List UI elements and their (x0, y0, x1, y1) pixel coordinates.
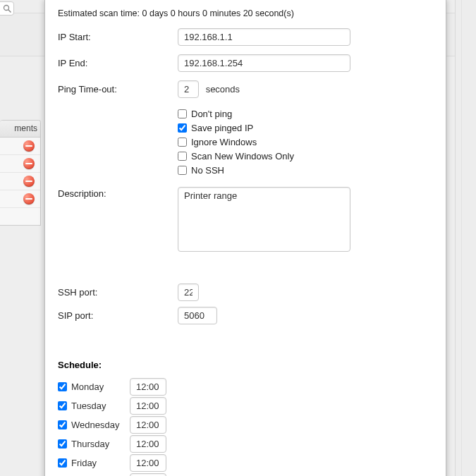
sidebar-row[interactable] (0, 155, 40, 173)
save-pinged-ip-checkbox[interactable] (178, 123, 187, 133)
schedule-row: Tuesday (58, 396, 433, 415)
sidebar-row[interactable] (0, 173, 40, 190)
schedule-day-label: Monday (71, 382, 104, 392)
schedule-day-label: Friday (71, 458, 97, 468)
schedule-day-tuesday[interactable]: Tuesday (58, 401, 130, 411)
ignore-windows-option[interactable]: Ignore Windows (178, 135, 433, 149)
background-right-edge (455, 0, 476, 476)
schedule-time-input[interactable] (130, 416, 166, 434)
schedule-time-input[interactable] (130, 435, 166, 453)
schedule-time-input[interactable] (130, 378, 166, 396)
sip-port-label: SIP port: (58, 310, 178, 321)
schedule-day-checkbox[interactable] (58, 458, 67, 468)
schedule-header: Schedule: (58, 360, 433, 370)
schedule-row: Wednesday (58, 415, 433, 434)
save-pinged-ip-option[interactable]: Save pinged IP (178, 121, 433, 135)
dont-ping-option[interactable]: Don't ping (178, 106, 433, 121)
ssh-port-label: SSH port: (58, 287, 178, 298)
sidebar-row[interactable] (0, 138, 40, 155)
schedule-day-checkbox[interactable] (58, 420, 67, 429)
save-pinged-ip-label: Save pinged IP (191, 123, 253, 133)
schedule-day-wednesday[interactable]: Wednesday (58, 420, 130, 430)
scan-new-windows-option[interactable]: Scan New Windows Only (178, 149, 433, 163)
schedule-row: Thursday (58, 434, 433, 453)
options-checkbox-group: Don't ping Save pinged IP Ignore Windows… (178, 106, 433, 177)
schedule-row: Monday (58, 377, 433, 396)
description-label: Description: (58, 187, 178, 199)
remove-icon[interactable] (23, 176, 35, 187)
schedule-day-label: Tuesday (71, 401, 106, 411)
remove-icon[interactable] (23, 193, 35, 205)
scan-config-panel: Estimated scan time: 0 days 0 hours 0 mi… (44, 0, 446, 476)
schedule-day-checkbox[interactable] (58, 439, 67, 448)
schedule-day-monday[interactable]: Monday (58, 382, 130, 392)
schedule-time-input[interactable] (130, 454, 166, 472)
schedule-day-checkbox[interactable] (58, 382, 67, 391)
search-stub (0, 1, 14, 16)
ip-end-input[interactable] (178, 54, 350, 72)
svg-point-0 (4, 6, 9, 11)
sidebar-fragment: ments (0, 120, 41, 226)
sidebar-header-fragment: ments (0, 121, 40, 138)
dont-ping-checkbox[interactable] (178, 109, 187, 118)
sip-port-input[interactable] (178, 307, 217, 324)
schedule-row: Friday (58, 453, 433, 472)
schedule-row: Saturday (58, 472, 433, 476)
description-textarea[interactable] (178, 187, 350, 252)
schedule-day-checkbox[interactable] (58, 401, 67, 410)
svg-line-1 (8, 10, 11, 12)
schedule-time-input[interactable] (130, 397, 166, 415)
schedule-day-label: Wednesday (71, 420, 119, 430)
schedule-day-friday[interactable]: Friday (58, 458, 130, 468)
scan-new-windows-label: Scan New Windows Only (191, 151, 294, 161)
schedule-list: MondayTuesdayWednesdayThursdayFridaySatu… (58, 377, 433, 476)
schedule-time-input[interactable] (130, 473, 166, 476)
scan-new-windows-checkbox[interactable] (178, 152, 187, 161)
ignore-windows-label: Ignore Windows (191, 137, 257, 147)
schedule-day-label: Thursday (71, 439, 109, 449)
ip-end-label: IP End: (58, 58, 178, 68)
ping-timeout-input[interactable] (178, 80, 199, 98)
ping-timeout-label: Ping Time-out: (58, 84, 178, 94)
no-ssh-label: No SSH (191, 165, 224, 176)
schedule-day-thursday[interactable]: Thursday (58, 439, 130, 449)
sidebar-row[interactable] (0, 190, 40, 208)
ip-start-label: IP Start: (58, 32, 178, 42)
ignore-windows-checkbox[interactable] (178, 138, 187, 147)
estimated-scan-time: Estimated scan time: 0 days 0 hours 0 mi… (58, 8, 433, 18)
remove-icon[interactable] (23, 158, 35, 169)
ssh-port-input[interactable] (178, 283, 199, 301)
dont-ping-label: Don't ping (191, 109, 232, 119)
search-icon (3, 4, 11, 13)
ip-start-input[interactable] (178, 28, 350, 46)
ping-timeout-suffix: seconds (206, 84, 240, 94)
no-ssh-option[interactable]: No SSH (178, 163, 433, 177)
no-ssh-checkbox[interactable] (178, 166, 187, 175)
remove-icon[interactable] (23, 140, 35, 152)
